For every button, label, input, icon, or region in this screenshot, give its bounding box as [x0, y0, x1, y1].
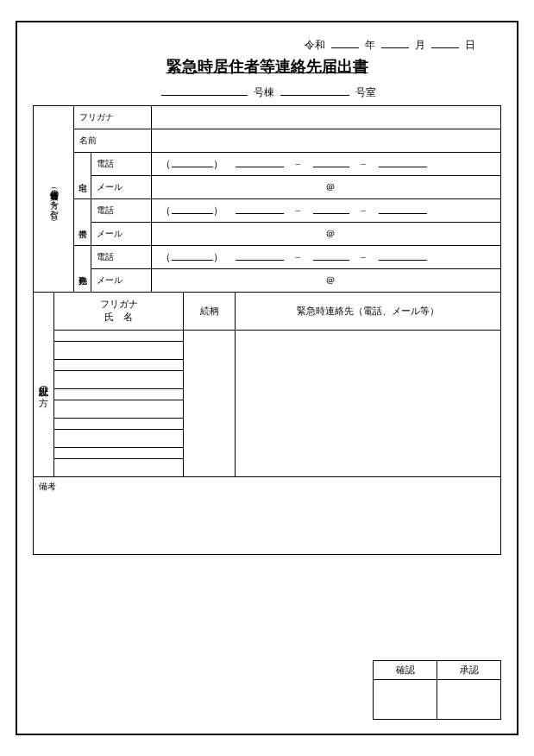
date-line: 令和 年 月 日	[33, 38, 501, 53]
room-blank[interactable]	[280, 85, 349, 96]
work-mail-label: メール	[91, 269, 152, 293]
home-mail-label: メール	[91, 176, 152, 199]
resident-side-label: 居住者等（賃借の方を含む）	[34, 106, 74, 293]
other-relation-col[interactable]	[184, 330, 236, 476]
mobile-label: 携帯	[74, 199, 91, 246]
check-stamp-field[interactable]	[374, 680, 437, 720]
approve-header: 承認	[437, 661, 501, 680]
others-name-header: フリガナ 氏 名	[54, 293, 184, 330]
building-label: 号棟	[254, 86, 274, 98]
work-label: 勤務先	[74, 246, 91, 293]
home-phone-label: 電話	[91, 153, 152, 176]
form-title: 緊急時居住者等連絡先届出書	[33, 56, 501, 77]
other-name-5[interactable]	[54, 447, 184, 476]
mobile-phone-label: 電話	[91, 199, 152, 223]
era-label: 令和	[305, 39, 325, 51]
work-phone-label: 電話	[91, 246, 152, 269]
day-blank[interactable]	[431, 38, 459, 48]
mobile-mail-field[interactable]: ＠	[152, 223, 501, 246]
others-table: 上記以外の方 フリガナ 氏 名 続柄 緊急時連絡先（電話、メール等）	[33, 293, 501, 477]
other-contact-col[interactable]	[236, 330, 501, 476]
check-header: 確認	[374, 661, 437, 680]
year-label: 年	[365, 39, 375, 51]
approval-box: 確認 承認	[373, 660, 501, 720]
name-label: 名前	[74, 129, 152, 153]
home-label: 自宅	[74, 153, 91, 199]
work-mail-field[interactable]: ＠	[152, 269, 501, 293]
others-relation-header: 続柄	[184, 293, 236, 330]
mobile-mail-label: メール	[91, 223, 152, 246]
home-phone-field[interactable]: （） − −	[152, 153, 501, 176]
others-side-label: 上記以外の方	[34, 293, 54, 476]
month-label: 月	[415, 39, 425, 51]
mobile-phone-field[interactable]: （） − −	[152, 199, 501, 223]
name-field[interactable]	[152, 129, 501, 153]
others-contact-header: 緊急時連絡先（電話、メール等）	[236, 293, 501, 330]
approve-stamp-field[interactable]	[437, 680, 501, 720]
other-name-4[interactable]	[54, 418, 184, 447]
other-name-3[interactable]	[54, 388, 184, 418]
unit-line: 号棟 号室	[33, 85, 501, 100]
year-blank[interactable]	[331, 38, 359, 48]
resident-table: 居住者等（賃借の方を含む） フリガナ 名前 自宅 電話 （） − − メール ＠…	[33, 105, 501, 293]
room-label: 号室	[355, 86, 376, 98]
notes-table: 備考	[33, 477, 501, 556]
furigana-field[interactable]	[152, 106, 501, 129]
building-blank[interactable]	[161, 85, 248, 96]
month-blank[interactable]	[381, 38, 409, 48]
notes-label: 備考	[39, 482, 56, 491]
day-label: 日	[465, 39, 475, 51]
furigana-label: フリガナ	[74, 106, 152, 129]
work-phone-field[interactable]: （） − −	[152, 246, 501, 269]
notes-cell[interactable]: 備考	[34, 477, 501, 555]
home-mail-field[interactable]: ＠	[152, 176, 501, 199]
other-name-2[interactable]	[54, 359, 184, 388]
other-name-1[interactable]	[54, 330, 184, 359]
